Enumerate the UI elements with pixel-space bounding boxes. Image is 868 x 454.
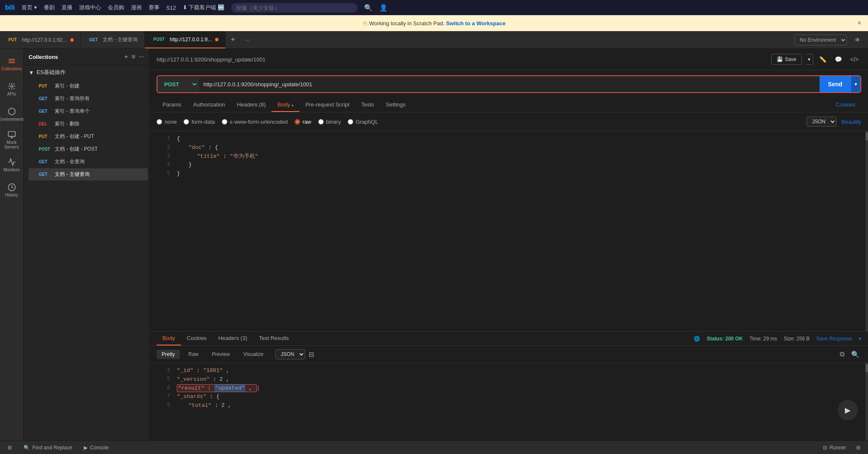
editor-scrollbar[interactable] [865,131,868,331]
tab-put[interactable]: PUT http://127.0.0.1:92... [0,31,81,48]
body-option-binary[interactable]: binary [318,119,341,125]
esports-nav[interactable]: 赛事 [149,4,160,11]
resp-filter-icon[interactable]: ⊟ [309,350,314,358]
resp-json-select[interactable]: JSON [275,349,305,359]
live-nav[interactable]: 直播 [61,4,72,11]
comic-nav[interactable]: 漫画 [131,4,142,11]
tab-add-button[interactable]: + [226,31,240,48]
header-actions: 💾 Save ▾ ✏️ 💬 </> [771,54,861,65]
tab-settings[interactable]: Settings [380,98,412,112]
resp-save-dropdown-icon[interactable]: ▾ [859,336,861,342]
tab-cookies[interactable]: Cookies [830,98,861,112]
resp-tab-headers[interactable]: Headers (3) [213,332,253,345]
beautify-button[interactable]: Beautify [841,119,861,125]
panel-layout-button[interactable]: ⊞ [854,444,863,451]
sidebar-item-environments[interactable]: Environments [2,103,22,126]
resp-format-raw[interactable]: Raw [183,350,203,359]
request-item-put-index-create[interactable]: PUT 索引 - 创建 [29,80,148,92]
environment-select[interactable]: No Environment [794,35,847,45]
sidebar-item-history[interactable]: History [2,178,22,202]
download-nav[interactable]: ⬇ 下载客户端 🆕 [183,4,224,11]
send-button[interactable]: Send [820,76,851,92]
response-code-editor[interactable]: 4 "_id" : "1001" , 5 [150,363,865,441]
member-nav[interactable]: 会员购 [108,4,124,11]
home-nav[interactable]: 首页 ▾ [21,4,37,11]
url-input[interactable] [198,78,820,91]
send-dropdown-button[interactable]: ▾ [851,76,860,92]
game-nav[interactable]: 游戏中心 [79,4,101,11]
sidebar-item-mock-servers[interactable]: Mock Servers [2,128,22,151]
collections-panel: Collections + ≡ ··· ▼ ES基础操作 PUT 索引 - 创建… [24,49,150,441]
collection-chevron-icon: ▼ [29,69,34,76]
body-option-raw[interactable]: raw [295,119,312,125]
browser-search-input[interactable] [231,3,357,13]
resp-format-visualize[interactable]: Visualize [238,350,269,359]
tab-body[interactable]: Body ● [272,98,299,112]
collections-filter-button[interactable]: ≡ [131,53,135,61]
resp-tab-body[interactable]: Body [157,332,181,345]
drama-nav[interactable]: 番剧 [44,4,55,11]
edit-icon-button[interactable]: ✏️ [817,54,829,65]
resp-format-preview[interactable]: Preview [207,350,235,359]
request-item-get-index-all[interactable]: GET 索引 - 查询所有 [29,93,148,105]
collections-add-button[interactable]: + [124,53,128,61]
console-button[interactable]: ▶ Console [81,444,111,451]
tab-headers[interactable]: Headers (8) [231,98,272,112]
tab-params[interactable]: Params [157,98,187,112]
code-icon-button[interactable]: </> [848,54,861,65]
play-icon: ▶ [845,406,851,415]
notice-link[interactable]: Switch to a Workspace [446,20,506,27]
request-item-del-index[interactable]: DEL 索引 - 删除 [29,118,148,130]
collections-more-button[interactable]: ··· [139,53,144,61]
play-button[interactable]: ▶ [838,400,858,420]
tab-post-active[interactable]: POST http://127.0.0.1:9... [145,31,226,48]
runner-button[interactable]: ⊟ Runner [820,444,849,451]
comment-icon-button[interactable]: 💬 [832,54,844,65]
json-format-select[interactable]: JSON [807,117,836,127]
body-option-none[interactable]: none [157,119,177,125]
resp-line-7: 7 "_shards" : { [150,393,865,401]
resp-line-8: 8 "total" : 2 , [150,401,865,410]
sidebar-item-apis[interactable]: APIs [2,77,22,101]
tab-get-main-query[interactable]: GET 文档 - 主键查询 [81,31,145,48]
sidebar-item-collections[interactable]: Collections [2,52,22,76]
tab-more-button[interactable]: ··· [240,31,255,48]
collection-group-header[interactable]: ▼ ES基础操作 [24,65,149,80]
resp-search-button[interactable]: 🔍 [849,350,861,359]
s12-nav[interactable]: S12 [166,5,176,11]
method-select[interactable]: POST GET PUT DELETE [157,77,198,91]
tab-pre-request-script[interactable]: Pre-request Script [299,98,355,112]
save-dropdown-button[interactable]: ▾ [805,54,813,65]
response-scrollbar-thumb [865,364,868,372]
resp-format-pretty[interactable]: Pretty [157,350,180,359]
tab-authorization[interactable]: Authorization [187,98,231,112]
response-scrollbar[interactable] [865,363,868,441]
request-item-post-doc-create[interactable]: POST 文档 - 创建 - POST [29,143,148,155]
request-body-editor: 1 { 2 "doc" : { [150,131,868,331]
resp-time-text: Time: 29 ms [749,336,777,342]
resp-tab-test-results[interactable]: Test Results [253,332,295,345]
request-item-put-doc-create[interactable]: PUT 文档 - 创建 - PUT [29,130,148,143]
request-list: PUT 索引 - 创建 GET 索引 - 查询所有 GET 索引 - 查询单个 … [24,80,149,181]
request-item-get-doc-primary[interactable]: GET 文档 - 主键查询 [29,168,148,181]
request-item-get-doc-all[interactable]: GET 文档 - 全查询 [29,156,148,168]
resp-tab-cookies[interactable]: Cookies [181,332,213,345]
resp-copy-button[interactable]: ⧉ [838,350,846,359]
browser-user-icon[interactable]: 👤 [379,4,388,12]
eye-icon[interactable]: 👁 [852,35,863,45]
runner-label: Runner [830,445,846,451]
save-response-button[interactable]: Save Response [816,336,852,342]
browser-search-icon[interactable]: 🔍 [364,4,373,12]
request-item-get-index-single[interactable]: GET 索引 - 查询单个 [29,105,148,117]
body-option-urlencoded[interactable]: x-www-form-urlencoded [222,119,288,125]
body-option-graphql[interactable]: GraphQL [348,119,378,125]
tab-put-label: http://127.0.0.1:92... [22,37,67,43]
save-button[interactable]: 💾 Save [771,54,801,65]
find-replace-button[interactable]: 🔍 Find and Replace [21,444,75,451]
toggle-sidebar-button[interactable]: ⊞ [5,444,14,451]
request-code-editor[interactable]: 1 { 2 "doc" : { [150,131,865,331]
sidebar-item-monitors[interactable]: Monitors [2,153,22,177]
notice-close-button[interactable]: × [857,19,861,27]
tab-tests[interactable]: Tests [355,98,380,112]
body-option-form-data[interactable]: form-data [184,119,215,125]
